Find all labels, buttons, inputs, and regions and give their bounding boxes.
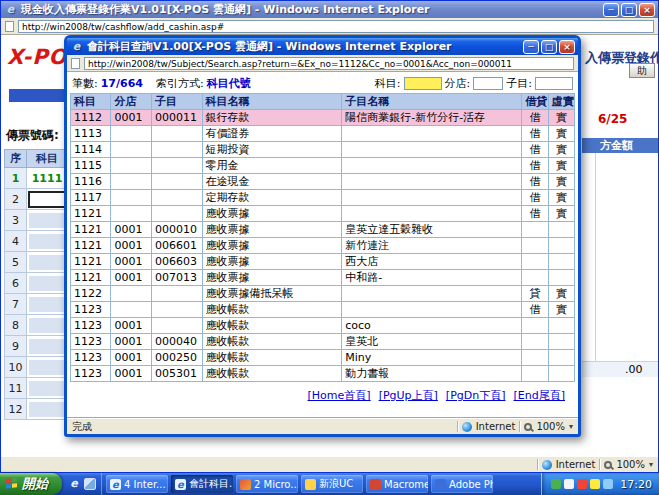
popup-maximize-button[interactable]: □ (541, 40, 557, 54)
pagination-link[interactable]: [Home首頁] (308, 389, 371, 402)
subject-row[interactable]: 1116在途現金借實 (71, 174, 575, 190)
popup-close-button[interactable]: × (559, 40, 575, 54)
tray-icon[interactable] (590, 479, 600, 489)
popup-zoom-level[interactable]: 100% (536, 421, 565, 432)
subject-row[interactable]: 1117定期存款借實 (71, 190, 575, 206)
help-button-fragment[interactable]: 助 (629, 63, 655, 78)
subject-row[interactable]: 11230001005301應收帳款勤力書報 (71, 366, 575, 382)
page-icon (71, 58, 80, 69)
tray-icon[interactable] (603, 479, 613, 489)
tray-icon[interactable] (577, 479, 587, 489)
tray-icon[interactable] (551, 479, 561, 489)
entry-row: 2 (5, 189, 68, 210)
popup-address-input[interactable]: http://win2008/tw/Subject/Search.asp?ret… (84, 57, 574, 70)
cell-sub_name: 勤力書報 (342, 366, 522, 382)
subject-row[interactable]: 11230001應收帳款coco (71, 318, 575, 334)
pagination-link[interactable]: [End尾頁] (514, 389, 566, 402)
cell-dc: 借 (522, 126, 548, 142)
entry-row-seq: 2 (5, 189, 27, 210)
branch-code-input[interactable] (473, 77, 503, 90)
subject-row[interactable]: 1114短期投資借實 (71, 142, 575, 158)
taskbar-button[interactable]: 新浪UC (301, 475, 363, 493)
subject-row[interactable]: 1113有價證券借實 (71, 126, 575, 142)
entry-row-seq: 9 (5, 336, 27, 357)
subject-row[interactable]: 11120001000011銀行存款陽信商業銀行-新竹分行-活存借實 (71, 110, 575, 126)
main-window-title: 現金收入傳票登錄作業V1.01[X-POS 雲通網] - Windows Int… (21, 2, 599, 17)
maximize-button[interactable]: □ (621, 3, 637, 17)
subject-slot (29, 255, 65, 270)
cell-branch (111, 126, 151, 142)
cell-sub (151, 286, 202, 302)
cell-dc (522, 366, 548, 382)
zoom-dropdown-icon[interactable]: ▾ (649, 460, 653, 469)
subject-row[interactable]: 1121應收票據借實 (71, 206, 575, 222)
quick-launch-ie-icon[interactable]: e (67, 477, 81, 491)
entry-subject-cell[interactable]: 1111 (27, 168, 68, 189)
entry-row-seq: 7 (5, 294, 27, 315)
taskbar-button[interactable]: e4 Inter... (106, 475, 168, 493)
cell-vr: 實 (548, 190, 574, 206)
cell-branch: 0001 (111, 222, 151, 238)
entry-subject-cell[interactable] (27, 357, 68, 378)
cell-name: 應收帳款 (202, 318, 342, 334)
cell-branch (111, 158, 151, 174)
subject-row[interactable]: 11210001007013應收票據中和路- (71, 270, 575, 286)
header-debit-credit: 借貸 (522, 94, 548, 110)
show-desktop-icon[interactable] (84, 478, 96, 490)
popup-content: 筆數: 17/664 索引方式: 科目代號 科目: 分店: 子目: 科目 (67, 72, 578, 418)
cell-dc: 借 (522, 142, 548, 158)
taskbar-button[interactable]: Adobe Ph... (431, 475, 493, 493)
cell-branch (111, 174, 151, 190)
cell-sub_name: Miny (342, 350, 522, 366)
subacct-code-input[interactable] (535, 77, 573, 90)
entry-subject-cell[interactable] (27, 399, 68, 420)
zoom-dropdown-icon[interactable]: ▾ (569, 422, 573, 431)
subject-row[interactable]: 1115零用金借實 (71, 158, 575, 174)
popup-window-controls: ─ □ × (523, 40, 575, 54)
minimize-button[interactable]: ─ (603, 3, 619, 17)
entry-subject-cell[interactable] (27, 294, 68, 315)
entry-subject-cell[interactable] (27, 315, 68, 336)
cell-dc: 借 (522, 206, 548, 222)
internet-zone-icon (462, 422, 472, 432)
entry-subject-cell[interactable] (27, 378, 68, 399)
start-button[interactable]: 開始 (0, 473, 62, 495)
subject-row[interactable]: 11210001006601應收票據新竹連注 (71, 238, 575, 254)
pagination-link[interactable]: [PgDn下頁] (446, 389, 506, 402)
cell-name: 零用金 (202, 158, 342, 174)
cell-vr: 實 (548, 110, 574, 126)
popup-zone-label: Internet (476, 421, 516, 432)
date-fragment: 6/25 (598, 112, 627, 126)
system-tray: 17:20 (541, 473, 659, 495)
uc-icon (305, 479, 316, 490)
subject-row[interactable]: 1122應收票據備抵呆帳貸實 (71, 286, 575, 302)
subject-input[interactable] (28, 191, 66, 208)
cell-dc (522, 334, 548, 350)
taskbar-button[interactable]: 2 Micro... (236, 475, 298, 493)
subject-row[interactable]: 11210001000010應收票據皇英立達五穀雜收 (71, 222, 575, 238)
subject-code-input[interactable] (404, 77, 442, 90)
entry-subject-cell[interactable] (27, 273, 68, 294)
subject-row[interactable]: 11210001006603應收票據西大店 (71, 254, 575, 270)
pagination-link[interactable]: [PgUp上頁] (379, 389, 438, 402)
subject-slot (29, 360, 65, 375)
subject-row[interactable]: 1123應收帳款借實 (71, 302, 575, 318)
main-zoom-level[interactable]: 100% (616, 459, 645, 470)
main-address-input[interactable]: http://win2008/tw/cashflow/add_cashin.as… (18, 20, 654, 33)
subject-row[interactable]: 11230001000250應收帳款Miny (71, 350, 575, 366)
entry-header-subject: 科目 (27, 150, 68, 168)
entry-row-seq: 12 (5, 399, 27, 420)
subject-row[interactable]: 11230001000040應收帳款皇英北 (71, 334, 575, 350)
cell-dc: 貸 (522, 286, 548, 302)
taskbar-button[interactable]: Macromed... (366, 475, 428, 493)
entry-subject-cell[interactable] (27, 252, 68, 273)
taskbar-button[interactable]: e會計科目... (171, 475, 233, 493)
popup-minimize-button[interactable]: ─ (523, 40, 539, 54)
entry-subject-cell[interactable] (27, 231, 68, 252)
entry-subject-cell[interactable] (27, 336, 68, 357)
close-button[interactable]: × (639, 3, 655, 17)
tray-icon[interactable] (564, 479, 574, 489)
entry-subject-cell[interactable] (27, 210, 68, 231)
entry-subject-cell[interactable] (27, 189, 68, 210)
cell-name: 應收帳款 (202, 366, 342, 382)
